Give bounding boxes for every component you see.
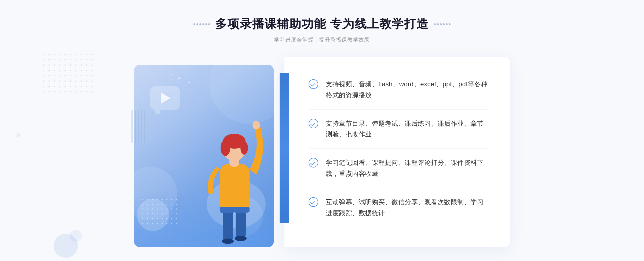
play-icon: [161, 93, 170, 103]
blue-accent-bar: [280, 73, 289, 223]
feature-text-4: 互动弹幕、试听购买、微信分享、观看次数限制、学习进度跟踪、数据统计: [326, 197, 488, 219]
svg-point-10: [240, 141, 248, 155]
content-wrapper: ✦ ✦ ✦: [134, 57, 510, 247]
svg-rect-14: [235, 209, 248, 213]
bottom-circle-small: [70, 230, 82, 242]
svg-rect-2: [236, 210, 246, 239]
feature-text-2: 支持章节目录、弹题考试、课后练习、课后作业、章节测验、批改作业: [326, 118, 488, 140]
svg-rect-5: [220, 164, 250, 212]
decorator-dots-left: [193, 23, 210, 25]
dots-pattern-left: // Will be rendered via template below: [43, 54, 94, 94]
svg-point-11: [253, 121, 260, 129]
svg-point-9: [221, 140, 230, 156]
feature-item-3: 学习笔记回看、课程提问、课程评论打分、课件资料下载，重点内容收藏: [309, 149, 488, 188]
check-circle-2: [309, 119, 318, 128]
stripes-decoration: [131, 110, 145, 143]
page-title: 多项录播课辅助功能 专为线上教学打造: [215, 16, 429, 32]
svg-rect-13: [221, 209, 234, 213]
check-icon-1: [309, 79, 318, 89]
sparkle-1: ✦: [177, 76, 181, 81]
illustration-area: ✦ ✦ ✦: [134, 57, 284, 247]
left-chevron-decoration: »: [16, 129, 21, 139]
check-circle-3: [309, 158, 318, 167]
svg-rect-1: [223, 210, 233, 242]
check-circle-4: [309, 197, 318, 207]
person-svg: [199, 92, 268, 247]
play-button-bubble: [150, 86, 182, 113]
page-container: » // Will be rendered via template below…: [0, 0, 644, 261]
check-icon-3: [309, 158, 318, 167]
illustration-background: ✦ ✦ ✦: [134, 65, 274, 247]
feature-item-2: 支持章节目录、弹题考试、课后练习、课后作业、章节测验、批改作业: [309, 110, 488, 149]
bubble-tail: [155, 110, 160, 114]
person-figure: [199, 92, 268, 247]
feature-item-1: 支持视频、音频、flash、word、excel、ppt、pdf等各种格式的资源…: [309, 70, 488, 110]
feature-text-1: 支持视频、音频、flash、word、excel、ppt、pdf等各种格式的资源…: [326, 79, 488, 101]
features-panel: 支持视频、音频、flash、word、excel、ppt、pdf等各种格式的资源…: [284, 57, 510, 247]
svg-point-3: [222, 238, 234, 244]
sparkle-2: ✦: [188, 81, 191, 85]
check-icon-4: [309, 197, 318, 207]
page-subtitle: 学习进度全掌握，提升录播课教学效果: [193, 36, 451, 43]
chevron-left-icon: »: [16, 129, 21, 139]
header-section: 多项录播课辅助功能 专为线上教学打造 学习进度全掌握，提升录播课教学效果: [193, 16, 451, 43]
sparkle-3: ✦: [172, 73, 174, 76]
light-blob-circle: [137, 199, 169, 231]
feature-item-4: 互动弹幕、试听购买、微信分享、观看次数限制、学习进度跟踪、数据统计: [309, 188, 488, 227]
check-icon-2: [309, 119, 318, 128]
check-circle-1: [309, 79, 318, 89]
decorator-dots-right: [434, 23, 451, 25]
play-bubble-bg: [150, 86, 180, 110]
svg-point-4: [235, 236, 247, 241]
feature-text-3: 学习笔记回看、课程提问、课程评论打分、课件资料下载，重点内容收藏: [326, 157, 488, 179]
header-decorators: 多项录播课辅助功能 专为线上教学打造: [193, 16, 451, 32]
